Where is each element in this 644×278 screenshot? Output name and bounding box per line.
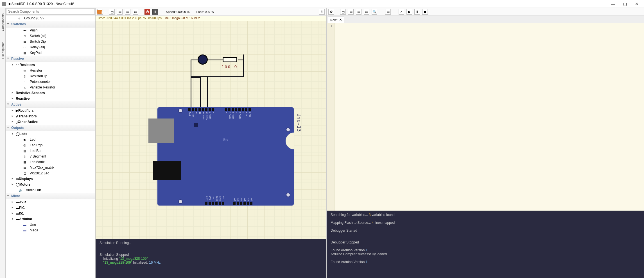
- editor-new-button[interactable]: ▤: [340, 9, 346, 15]
- pause-button[interactable]: ⏸: [152, 9, 158, 15]
- subcat-leds[interactable]: ◯Leds: [6, 131, 95, 137]
- sim-mcu-label: Mcu: mega328 at 16 MHz: [164, 16, 200, 20]
- item-potentiometer[interactable]: ⌁Potentiometer: [6, 79, 95, 85]
- tab-components[interactable]: Components: [1, 13, 4, 31]
- item-switch-dip[interactable]: ▦Switch Dip: [6, 39, 95, 44]
- item-keypad[interactable]: ▦KeyPad: [6, 50, 95, 56]
- wire[interactable]: [207, 77, 208, 109]
- usb-port: [148, 119, 174, 143]
- item-resistor-dip[interactable]: ▯ResistorDip: [6, 73, 95, 79]
- resistor-group-icon: ◠: [16, 63, 19, 67]
- subcat-arduino[interactable]: ▬Arduino: [6, 216, 95, 222]
- wire[interactable]: [200, 77, 201, 109]
- category-switches[interactable]: Switches: [6, 21, 95, 28]
- tab-close-icon[interactable]: ✕: [339, 18, 342, 22]
- open-circuit-button[interactable]: ▭: [117, 9, 123, 15]
- pin-header-top-right[interactable]: [225, 108, 251, 111]
- item-ws2812[interactable]: ◻WS2812 Led: [6, 170, 95, 176]
- search-input[interactable]: [6, 8, 95, 15]
- led-icon: ◉: [22, 138, 28, 142]
- item-relay[interactable]: ▭Relay (all): [6, 44, 95, 50]
- resistor-component[interactable]: [223, 57, 237, 62]
- wire[interactable]: [191, 77, 201, 78]
- item-push[interactable]: ⊷Push: [6, 28, 95, 33]
- category-outputs[interactable]: Outputs: [6, 125, 95, 131]
- item-led-bar[interactable]: ▥Led Bar: [6, 148, 95, 154]
- pin-labels-top-left: ArefGND131211 PWM10 PWM9 PWM8: [188, 112, 215, 120]
- item-led[interactable]: ◉Led: [6, 137, 95, 142]
- subcat-resistive-sensors[interactable]: Resistive Sensors: [6, 90, 95, 96]
- item-audio-out[interactable]: 🔈Audio Out: [6, 187, 95, 193]
- category-active[interactable]: Active: [6, 101, 95, 108]
- debug-pause-button[interactable]: ⏸: [414, 9, 420, 15]
- editor-settings-button[interactable]: ⚙: [328, 9, 334, 15]
- wire[interactable]: [238, 60, 243, 60]
- subcat-transistors[interactable]: ⊀Transistors: [6, 113, 95, 119]
- component-tree[interactable]: ⏚Ground (0 V) Switches ⊷Push ⎋Switch (al…: [6, 15, 95, 278]
- circuit-canvas[interactable]: 100 Ω Uno ArefGND131211 PWM10: [96, 21, 326, 239]
- editor-find-button[interactable]: 🔍: [372, 9, 377, 15]
- subcat-reactive[interactable]: Reactive: [6, 96, 95, 101]
- debug-run-button[interactable]: ▶: [406, 9, 412, 15]
- editor-tab-new[interactable]: New* ✕: [328, 17, 344, 23]
- save-circuit-button[interactable]: ▭: [125, 9, 130, 15]
- item-switch-all[interactable]: ⎋Switch (all): [6, 33, 95, 39]
- item-max72xx[interactable]: ▦Max72xx_matrix: [6, 165, 95, 170]
- code-editor[interactable]: 1: [327, 23, 644, 211]
- item-7segment[interactable]: ▯7 Segment: [6, 154, 95, 159]
- subcat-motors[interactable]: ◯Motors: [6, 182, 95, 187]
- subcat-i51[interactable]: ▬I51: [6, 211, 95, 216]
- code-area[interactable]: [335, 23, 644, 211]
- tab-label: New*: [330, 18, 338, 22]
- simulation-console[interactable]: Simulation Running... Simulation Stopped…: [96, 239, 326, 278]
- item-led-rgb[interactable]: ◎Led Rgb: [6, 142, 95, 148]
- subcat-resistors[interactable]: ◠ Resistors: [6, 62, 95, 68]
- close-button[interactable]: ✕: [633, 2, 640, 6]
- arduino-uno-board[interactable]: Uno ArefGND131211 PWM10 PWM9 PWM8 76 PWM…: [157, 107, 294, 206]
- editor-save-button[interactable]: ▭: [356, 9, 361, 15]
- wire[interactable]: [243, 54, 244, 77]
- mount-hole: [286, 127, 290, 132]
- compile-button[interactable]: ▭: [385, 9, 391, 15]
- subcat-displays[interactable]: ▭Displays: [6, 176, 95, 182]
- subcat-avr[interactable]: ▬AVR: [6, 199, 95, 205]
- saveas-circuit-button[interactable]: ▭: [133, 9, 138, 15]
- debug-stop-button[interactable]: ⏹: [422, 9, 428, 15]
- pin-header-bottom-left[interactable]: [205, 202, 224, 205]
- led-component[interactable]: [198, 54, 208, 65]
- maximize-button[interactable]: ▢: [622, 2, 628, 6]
- smd-chip: [194, 123, 198, 127]
- tab-file-explorer[interactable]: File explorer: [1, 42, 4, 59]
- debugger-console[interactable]: Searching for variables... 3 variables f…: [327, 211, 644, 278]
- power-button[interactable]: ⏻: [144, 9, 150, 15]
- wire[interactable]: [208, 60, 223, 60]
- sim-info-bar: Time: 00:00:44 s 091 ms 280 µs 750 ns 00…: [96, 16, 326, 21]
- push-icon: ⊷: [22, 28, 28, 32]
- subcat-rectifiers[interactable]: ▶Rectifiers: [6, 108, 95, 113]
- category-passive[interactable]: Passive: [6, 56, 95, 62]
- arduino-icon: ▬: [16, 217, 19, 221]
- info-button[interactable]: ℹ: [319, 9, 325, 15]
- wire[interactable]: [191, 60, 191, 109]
- item-ground[interactable]: ⏚Ground (0 V): [6, 15, 95, 21]
- editor-open-button[interactable]: ▭: [348, 9, 354, 15]
- item-resistor[interactable]: ▭Resistor: [6, 68, 95, 73]
- wire[interactable]: [243, 54, 244, 55]
- window-title: ■ SimulIDE-1.0.0-SR0 R1320 - New Circuit…: [8, 2, 610, 6]
- debug-step-button[interactable]: ✓: [399, 9, 404, 15]
- resistor-icon: ▭: [22, 69, 28, 72]
- pin-header-bottom-right[interactable]: [233, 202, 252, 205]
- item-ledmatrix[interactable]: ▦LedMatrix: [6, 159, 95, 165]
- pot-icon: ⌁: [22, 80, 28, 84]
- item-variable-resistor[interactable]: ⍋Variable Resistor: [6, 85, 95, 90]
- editor-saveas-button[interactable]: ▭: [364, 9, 369, 15]
- item-uno[interactable]: ▬Uno: [6, 222, 95, 227]
- minimize-button[interactable]: —: [610, 2, 616, 6]
- item-mega[interactable]: ▬Mega: [6, 227, 95, 233]
- mount-hole: [286, 193, 290, 197]
- subcat-other-active[interactable]: ▯Other Active: [6, 119, 95, 125]
- ledbar-icon: ▥: [22, 149, 28, 153]
- category-micro[interactable]: Micro: [6, 193, 95, 199]
- subcat-pic[interactable]: ▬PIC: [6, 205, 95, 211]
- pin-header-top-left[interactable]: [188, 108, 214, 111]
